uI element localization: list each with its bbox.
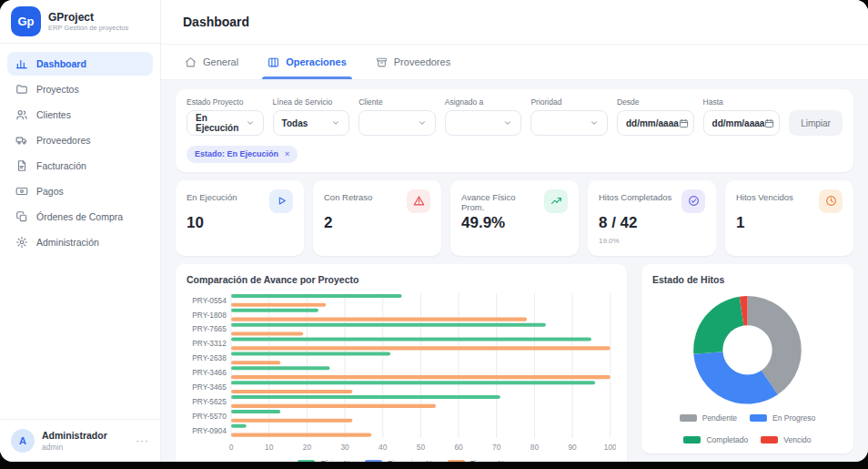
sidebar-item-label: Proyectos: [36, 84, 79, 95]
screen: { "app": { "name": "GProject", "subtitle…: [0, 0, 868, 469]
kpi-card-en-ejecuci-n: En Ejecución10: [176, 180, 304, 256]
folder-icon: [15, 83, 28, 96]
sidebar-item-clientes[interactable]: Clientes: [7, 103, 153, 127]
filter-chip-label: Estado: En Ejecución: [195, 149, 278, 158]
date-placeholder: dd/mm/aaaa: [626, 118, 679, 128]
filter-label: Asignado a: [445, 97, 522, 107]
legend-item: Vencido: [761, 435, 811, 444]
svg-text:80: 80: [530, 443, 540, 452]
sidebar-item-proveedores[interactable]: Proveedores: [7, 128, 153, 152]
charts-row: Comparación de Avance por Proyecto 01020…: [176, 264, 853, 454]
sidebar-item-facturaci-n[interactable]: Facturación: [7, 154, 153, 178]
sidebar-item-pagos[interactable]: Pagos: [7, 179, 153, 203]
clear-filters-button[interactable]: Limpiar: [789, 110, 843, 136]
banknote-icon: [15, 185, 28, 198]
sidebar-item-label: Clientes: [36, 109, 71, 120]
tab-operaciones[interactable]: Operaciones: [266, 45, 348, 79]
legend-label: En Progreso: [772, 413, 815, 423]
svg-text:60: 60: [454, 443, 463, 452]
svg-text:70: 70: [492, 443, 501, 452]
chevron-down-icon: [590, 118, 599, 127]
chart-bars-icon: [15, 57, 28, 70]
svg-text:40: 40: [378, 443, 388, 452]
app-name: GProject: [48, 11, 128, 24]
svg-text:30: 30: [340, 443, 349, 452]
l-nea-de-servicio-select[interactable]: Todas: [273, 110, 350, 136]
sidebar-item-dashboard[interactable]: Dashboard: [7, 52, 153, 76]
svg-text:PRY-3466: PRY-3466: [192, 368, 227, 377]
tab-general[interactable]: General: [183, 45, 240, 79]
legend-label: Pendiente: [702, 413, 737, 423]
svg-text:PRY-3465: PRY-3465: [192, 382, 227, 391]
legend-item: Completado: [683, 435, 748, 444]
filter-field: Prioridad: [530, 97, 608, 136]
user-menu-ellipsis-icon[interactable]: ···: [136, 434, 149, 447]
file-text-icon: [15, 159, 28, 172]
cliente-select[interactable]: [358, 110, 436, 136]
hasta-date-input[interactable]: dd/mm/aaaa: [703, 110, 781, 136]
sidebar-item-proyectos[interactable]: Proyectos: [7, 77, 153, 101]
svg-text:0: 0: [229, 443, 234, 452]
legend-swatch: [750, 414, 767, 422]
legend-swatch: [683, 436, 701, 444]
legend-swatch: [761, 436, 778, 444]
sidebar-item-administraci-n[interactable]: Administración: [7, 230, 153, 254]
tab-label: Proveedores: [394, 56, 450, 67]
sidebar-item-label: Órdenes de Compra: [36, 211, 123, 222]
svg-text:90: 90: [568, 443, 577, 452]
svg-text:PRY-0904: PRY-0904: [192, 425, 227, 434]
copy-icon: [15, 210, 28, 223]
kpi-card-hitos-completados: Hitos Completados8 / 4219.0%: [588, 180, 716, 256]
app-subtitle: ERP Gestión de proyectos: [48, 24, 128, 32]
kpi-label: Con Retraso: [324, 189, 372, 202]
bar-chart-card: Comparación de Avance por Proyecto 01020…: [176, 264, 627, 463]
prioridad-select[interactable]: [530, 110, 608, 136]
tab-proveedores[interactable]: Proveedores: [374, 45, 452, 79]
user-name: Administrador: [42, 430, 107, 442]
calendar-icon: [679, 118, 689, 128]
filter-label: Línea de Servicio: [273, 97, 350, 107]
date-placeholder: dd/mm/aaaa: [712, 118, 765, 128]
alert-triangle-icon: [407, 189, 430, 213]
svg-text:10: 10: [265, 443, 274, 452]
filter-label: Prioridad: [530, 97, 608, 107]
chip-remove-icon[interactable]: ×: [285, 149, 289, 158]
legend-label: Financiero %: [388, 459, 433, 462]
filter-field: Cliente: [358, 97, 436, 136]
brand: Gp GProject ERP Gestión de proyectos: [0, 0, 160, 44]
check-circle-icon: [681, 189, 705, 213]
svg-text:100: 100: [604, 443, 616, 452]
sidebar-item-label: Proveedores: [36, 135, 91, 146]
columns-icon: [267, 56, 279, 68]
truck-icon: [15, 134, 28, 147]
legend-swatch: [448, 460, 465, 462]
filter-bar: Estado ProyectoEn EjecuciónLínea de Serv…: [176, 89, 853, 172]
trending-up-icon: [544, 189, 568, 213]
filter-label: Estado Proyecto: [187, 97, 264, 107]
chevron-down-icon: [331, 118, 340, 127]
kpi-label: Hitos Vencidos: [736, 189, 793, 202]
clock-icon: [819, 189, 843, 213]
select-value: En Ejecución: [196, 113, 246, 133]
content: Estado ProyectoEn EjecuciónLínea de Serv…: [161, 80, 868, 462]
svg-text:PRY-1808: PRY-1808: [192, 310, 227, 319]
sidebar-item-label: Administración: [36, 237, 99, 248]
estado-proyecto-select[interactable]: En Ejecución: [187, 110, 264, 136]
kpi-label: Avance Físico Prom.: [461, 189, 540, 212]
asignado-a-select[interactable]: [445, 110, 522, 136]
kpi-card-avance-f-sico-prom-: Avance Físico Prom.49.9%: [450, 180, 579, 256]
filter-field: Hastadd/mm/aaaa: [703, 97, 781, 136]
sidebar-item--rdenes-de-compra[interactable]: Órdenes de Compra: [7, 205, 153, 229]
home-icon: [185, 56, 197, 68]
kpi-card-con-retraso: Con Retraso2: [313, 180, 441, 256]
tab-bar: GeneralOperacionesProveedores: [161, 45, 868, 80]
svg-text:PRY-5625: PRY-5625: [192, 396, 227, 405]
page-title: Dashboard: [183, 15, 249, 29]
play-icon: [269, 189, 293, 213]
desde-date-input[interactable]: dd/mm/aaaa: [617, 110, 694, 136]
legend-item: En Progreso: [750, 413, 815, 423]
kpi-value: 10: [187, 214, 293, 232]
legend-item: Físico %: [298, 459, 350, 462]
filter-label: Hasta: [703, 97, 781, 107]
filter-chip[interactable]: Estado: En Ejecución ×: [187, 146, 298, 163]
